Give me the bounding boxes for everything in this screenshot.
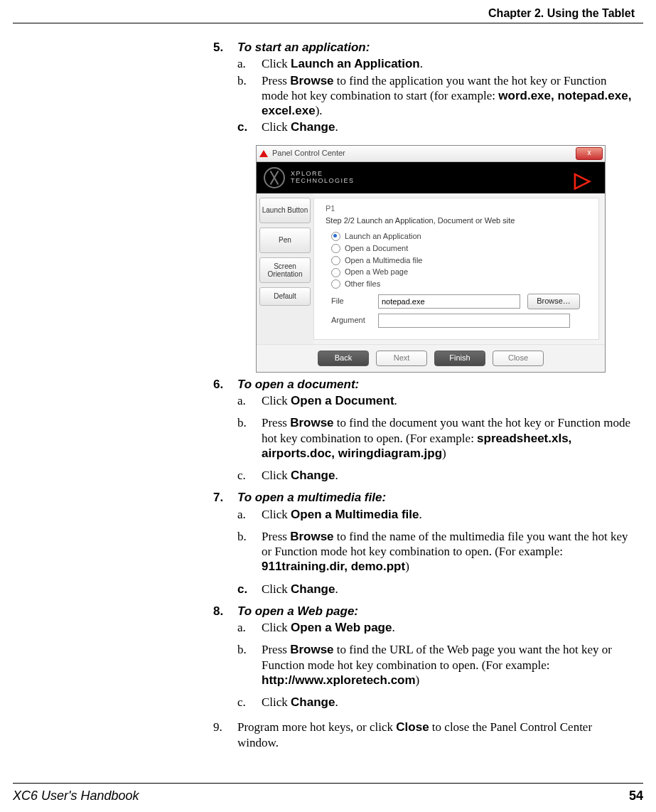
sub-body: Click Launch an Application.: [262, 56, 635, 71]
radio-open-webpage[interactable]: Open a Web page: [331, 267, 587, 277]
step-number: 5.: [213, 40, 237, 55]
sub-body: Press Browse to find the application you…: [262, 73, 635, 119]
sub-letter: c.: [237, 695, 262, 710]
sub-letter: b.: [237, 415, 262, 461]
radio-other-files[interactable]: Other files: [331, 279, 587, 289]
back-button[interactable]: Back: [318, 351, 369, 366]
page-number: 54: [629, 789, 643, 803]
step-7c: c. Click Change.: [237, 582, 635, 597]
sub-body: Click Open a Document.: [262, 393, 635, 408]
ui-term: Browse: [290, 530, 333, 543]
window-body: Launch Button Pen Screen Orientation Def…: [257, 193, 605, 344]
step-8a: a. Click Open a Web page.: [237, 620, 635, 635]
sub-letter: a.: [237, 56, 262, 71]
play-icon: ▷: [574, 166, 591, 193]
text: Press: [262, 74, 290, 87]
sub-body: Press Browse to find the name of the mul…: [262, 529, 635, 575]
sub-body: Click Open a Web page.: [262, 620, 635, 635]
step-7: 7. To open a multimedia file:: [213, 490, 635, 505]
sub-body: Click Change.: [262, 119, 635, 134]
text: .: [335, 120, 338, 134]
sub-letter: b.: [237, 642, 262, 688]
step-title: To open a document:: [237, 377, 359, 392]
sub-body: Press Browse to find the document you wa…: [262, 415, 635, 461]
sub-body: Program more hot keys, or click Close to…: [237, 720, 635, 750]
file-input[interactable]: [378, 294, 520, 309]
next-button[interactable]: Next: [376, 351, 427, 366]
step-7b: b. Press Browse to find the name of the …: [237, 529, 635, 575]
page-footer: XC6 User's Handbook 54: [13, 789, 643, 803]
text: Click: [262, 508, 291, 521]
text: .: [420, 57, 423, 70]
text: .: [335, 695, 338, 709]
ui-term: Change: [291, 582, 335, 596]
window-title: Panel Control Center: [272, 149, 345, 159]
radio-icon: [331, 232, 340, 241]
book-title: XC6 User's Handbook: [13, 789, 139, 803]
step-8b: b. Press Browse to find the URL of the W…: [237, 642, 635, 688]
ui-term: Open a Document: [291, 394, 394, 407]
brand-bar: XPLORE TECHNOLOGIES ▷: [257, 162, 605, 193]
radio-open-multimedia[interactable]: Open a Multimedia file: [331, 256, 587, 266]
wizard-buttons: Back Next Finish Close: [257, 344, 605, 372]
wizard-step-text: Step 2/2 Launch an Application, Document…: [326, 216, 587, 226]
step-number: 7.: [213, 490, 237, 505]
text: ): [442, 447, 446, 460]
radio-label: Open a Document: [345, 244, 408, 254]
radio-icon: [331, 268, 340, 277]
tab-launch-button[interactable]: Launch Button: [259, 198, 311, 223]
radio-label: Open a Web page: [345, 267, 408, 277]
window-titlebar: Panel Control Center x: [257, 146, 605, 162]
radio-launch-application[interactable]: Launch an Application: [331, 232, 587, 242]
argument-row: Argument: [331, 314, 587, 328]
sub-letter: a.: [237, 620, 262, 635]
ui-term: Launch an Application: [291, 57, 420, 70]
radio-label: Launch an Application: [345, 232, 421, 242]
radio-icon: [331, 256, 340, 265]
sub-letter: a.: [237, 507, 262, 522]
step-5: 5. To start an application:: [213, 40, 635, 55]
text: .: [335, 582, 338, 596]
ui-term: Browse: [290, 643, 333, 656]
step-8: 8. To open a Web page:: [213, 604, 635, 619]
text: Click: [262, 57, 291, 70]
radio-icon: [331, 244, 340, 253]
xplore-logo-icon: [264, 167, 285, 188]
finish-button[interactable]: Finish: [434, 351, 485, 366]
brand-line2: TECHNOLOGIES: [291, 178, 355, 184]
radio-open-document[interactable]: Open a Document: [331, 244, 587, 254]
sub-letter: a.: [237, 393, 262, 408]
document-page: Chapter 2. Using the Tablet 5. To start …: [0, 0, 656, 812]
text: Program more hot keys, or click: [237, 720, 396, 734]
argument-input[interactable]: [378, 314, 570, 328]
text: Click: [262, 469, 291, 482]
text: Press: [262, 416, 290, 429]
text: Click: [262, 621, 291, 634]
browse-button[interactable]: Browse…: [527, 294, 580, 309]
ui-term: 911training.dir, demo.ppt: [262, 560, 405, 573]
step-5b: b. Press Browse to find the application …: [237, 73, 635, 119]
argument-label: Argument: [331, 316, 371, 326]
text: Click: [262, 695, 291, 709]
text: Click: [262, 394, 291, 407]
close-button[interactable]: Close: [493, 351, 544, 366]
tab-default[interactable]: Default: [259, 287, 311, 306]
step-9: 9. Program more hot keys, or click Close…: [213, 720, 635, 750]
hotkey-label: P1: [326, 204, 587, 214]
step-8c: c. Click Change.: [237, 695, 635, 710]
text: Click: [262, 120, 291, 134]
radio-label: Other files: [345, 279, 380, 289]
radio-icon: [331, 279, 340, 289]
sub-body: Click Open a Multimedia file.: [262, 507, 635, 522]
text: .: [335, 469, 338, 482]
ui-term: Change: [291, 695, 335, 709]
chapter-header: Chapter 2. Using the Tablet: [488, 7, 635, 20]
screenshot-figure: Panel Control Center x XPLORE TECHNOLOGI…: [256, 145, 635, 373]
window-close-button[interactable]: x: [576, 147, 603, 160]
ui-term: Change: [291, 469, 335, 482]
tab-pen[interactable]: Pen: [259, 228, 311, 253]
step-7a: a. Click Open a Multimedia file.: [237, 507, 635, 522]
tab-screen-orientation[interactable]: Screen Orientation: [259, 257, 311, 283]
text: .: [419, 508, 422, 521]
panel-control-center-window: Panel Control Center x XPLORE TECHNOLOGI…: [256, 145, 606, 373]
